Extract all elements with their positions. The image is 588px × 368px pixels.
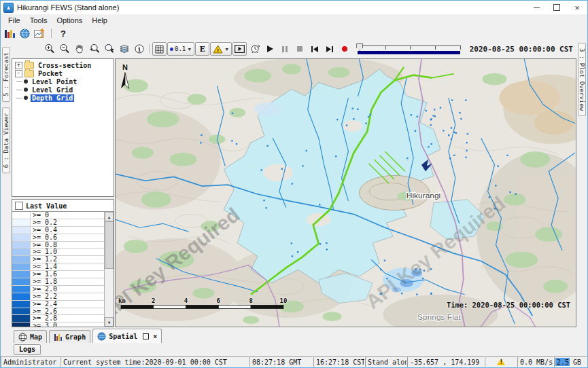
spatial-map[interactable]: API Key Required API Key Required N km24…: [115, 58, 576, 327]
tree-item-level-point[interactable]: Level Point: [14, 77, 114, 86]
zoom-next-icon[interactable]: [102, 42, 116, 56]
scrollbar-thumb[interactable]: [105, 221, 114, 269]
data-display-icon[interactable]: [4, 28, 15, 39]
legend-class-label: >= 0.8: [31, 242, 57, 249]
legend-row: >= 0: [12, 212, 104, 219]
tab-label: Graph: [65, 333, 86, 341]
menu-help[interactable]: Help: [88, 16, 111, 25]
tab-maximize-icon[interactable]: [143, 333, 149, 339]
tree-item-pocket[interactable]: -Pocket: [14, 69, 114, 77]
scroll-down-icon[interactable]: ▼: [105, 317, 114, 327]
tree-item-label: Level Grid: [31, 86, 74, 94]
grid-value-dropdown[interactable]: 0.1 ▼: [167, 42, 194, 56]
tab-graph[interactable]: Graph: [49, 330, 90, 343]
thresholds-dropdown[interactable]: ! ▼: [210, 42, 232, 56]
tree-item-label: Depth Grid: [31, 94, 74, 102]
legend-class-label: >= 1.6: [31, 271, 57, 278]
legend-scrollbar[interactable]: ▲ ▼: [105, 212, 114, 327]
time-slider-thumb[interactable]: [356, 43, 363, 51]
time-slider-range-bar: [358, 51, 460, 54]
animation-button[interactable]: [232, 42, 247, 56]
status-current-system: Current system time:2020-09-01 00:00 CST: [60, 356, 249, 367]
scale-tick-label: 2: [152, 297, 155, 304]
stop-button[interactable]: [292, 42, 307, 56]
record-button[interactable]: [337, 42, 351, 56]
tree-connector: [14, 94, 23, 102]
skip-to-start-button[interactable]: [307, 42, 322, 56]
status-text: 08:27:18 GMT: [252, 358, 301, 366]
menu-options[interactable]: Options: [52, 16, 86, 25]
spatial-display-icon[interactable]: [19, 28, 30, 39]
pause-button[interactable]: [277, 42, 292, 56]
grid-display-button[interactable]: [152, 42, 167, 56]
menu-tools[interactable]: Tools: [26, 16, 52, 25]
tree-connector: [14, 86, 23, 94]
skip-to-end-button[interactable]: [322, 42, 336, 56]
legend-row: >= 2.2: [12, 293, 104, 301]
logs-button[interactable]: Logs: [14, 344, 41, 355]
close-icon: ×: [574, 3, 580, 12]
scroll-up-icon[interactable]: ▲: [105, 212, 114, 221]
tree-item-level-grid[interactable]: Level Grid: [14, 86, 114, 94]
status-2-5-gb: 2.5 GB: [554, 356, 587, 367]
tab-close-icon[interactable]: ×: [153, 333, 157, 340]
tree-expander-icon[interactable]: -: [15, 70, 22, 77]
labels-button[interactable]: E: [195, 42, 209, 56]
legend-row: >= 1.6: [12, 271, 104, 278]
legend-row: >= 1.2: [12, 256, 104, 263]
zoom-in-icon[interactable]: [42, 42, 56, 56]
legend-class-label: >= 1.2: [31, 256, 57, 263]
legend-row: >= 2.0: [12, 286, 104, 293]
menu-file[interactable]: File: [4, 16, 24, 25]
tree-item-depth-grid[interactable]: Depth Grid: [14, 94, 114, 102]
legend-class-label: >= 1.0: [31, 249, 57, 255]
legend-class-label: >= 1.8: [31, 278, 57, 285]
svg-text:!: !: [217, 47, 219, 53]
time-profile-icon[interactable]: [247, 42, 262, 56]
maximize-icon: [553, 4, 560, 11]
legend-swatch: [12, 301, 31, 308]
scale-tick-label: 8: [249, 297, 252, 304]
legend-swatch: [12, 219, 31, 226]
tab-map[interactable]: Map: [14, 330, 47, 343]
town-label: Hikurangi: [407, 191, 440, 200]
legend-swatch: [12, 234, 31, 241]
legend-row: >= 0.6: [12, 234, 104, 242]
svg-text:i: i: [138, 46, 141, 53]
tab-spatial[interactable]: Spatial×: [92, 329, 162, 343]
zoom-out-icon[interactable]: [57, 42, 71, 56]
maximize-button[interactable]: [547, 1, 567, 14]
layers-icon[interactable]: [117, 42, 131, 56]
time-slider[interactable]: [356, 42, 462, 56]
close-button[interactable]: ×: [567, 1, 587, 14]
tab-label: Map: [30, 333, 42, 341]
scrollbar-track[interactable]: [105, 221, 114, 317]
right-tab-3-plot-overview[interactable]: 3 : Plot Overview: [578, 43, 586, 116]
left-tab-strip: 5 : Forecast6 : Data Viewer: [1, 40, 11, 356]
left-tab-6-data-viewer[interactable]: 6 : Data Viewer: [2, 107, 10, 173]
help-icon[interactable]: ?: [58, 29, 69, 39]
pan-hand-icon[interactable]: [72, 42, 86, 56]
last-value-checkbox[interactable]: [15, 202, 23, 210]
zoom-previous-icon[interactable]: [87, 42, 101, 56]
minimize-button[interactable]: [526, 1, 547, 14]
legend-row: >= 2.6: [12, 308, 104, 316]
status-0-0-mb-s: 0.0 MB/s: [517, 356, 554, 367]
timeseries-icon[interactable]: [34, 28, 45, 39]
legend-panel: Last Value >= 0>= 0.2>= 0.4>= 0.6>= 0.8>…: [12, 199, 114, 327]
legend-class-label: >= 1.4: [31, 263, 57, 270]
minimize-icon: [534, 7, 540, 8]
legend-swatch: [12, 242, 31, 249]
legend-row: >= 1.4: [12, 263, 104, 271]
app-icon: ▲: [3, 3, 14, 13]
legend-swatch: [12, 315, 31, 322]
info-icon[interactable]: i: [132, 42, 146, 56]
legend-swatch: [12, 263, 31, 270]
left-tab-5-forecast[interactable]: 5 : Forecast: [2, 47, 10, 102]
tree-expander-icon[interactable]: +: [15, 62, 22, 69]
legend-swatch: [12, 212, 31, 219]
play-button[interactable]: [262, 42, 277, 56]
legend-swatch: [12, 227, 31, 234]
legend-class-label: >= 2.6: [31, 308, 57, 315]
warning-icon[interactable]: [497, 358, 505, 365]
